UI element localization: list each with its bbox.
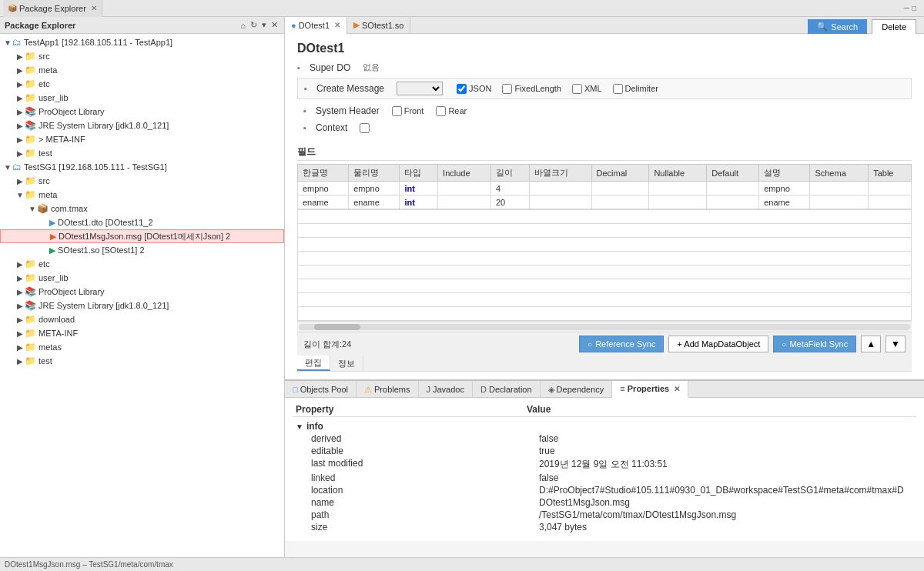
tree-view[interactable]: ▼ 🗂 TestApp1 [192.168.105.111 - TestApp1…	[0, 34, 284, 557]
sub-tabs: 편집 정보	[297, 356, 912, 372]
table-row-0[interactable]: empnoempnoint4empno	[298, 182, 912, 195]
fixedlength-checkbox-label: FixedLength	[502, 84, 561, 94]
tab-dotest1-close[interactable]: ✕	[334, 21, 340, 29]
tree-item-metas[interactable]: ▶ 📁 metas	[0, 340, 284, 354]
tab-properties[interactable]: ≡ Properties ✕	[612, 381, 688, 398]
horizontal-scrollbar[interactable]	[297, 321, 912, 332]
tree-item-meta2[interactable]: ▼ 📁 meta	[0, 188, 284, 202]
tree-item-etc1[interactable]: ▶ 📁 etc	[0, 77, 284, 91]
tab-problems[interactable]: ⚠ Problems	[357, 381, 418, 398]
sub-tab-edit-label: 편집	[305, 357, 322, 369]
package-explorer-tab-close[interactable]: ✕	[91, 4, 97, 12]
col-desc: 설명	[759, 165, 810, 182]
tree-item-metainf1[interactable]: ▶ 📁 > META-INF	[0, 132, 284, 146]
delimiter-checkbox[interactable]	[613, 84, 623, 94]
panel-title: Package Explorer	[5, 21, 239, 30]
tree-item-comtmax[interactable]: ▼ 📦 com.tmax	[0, 202, 284, 215]
tree-item-jre2[interactable]: ▶ 📚 JRE System Library [jdk1.8.0_121]	[0, 299, 284, 312]
props-key-size: size	[308, 522, 539, 533]
tab-objects-pool[interactable]: □ Objects Pool	[285, 381, 357, 398]
tree-item-etc2[interactable]: ▶ 📁 etc	[0, 257, 284, 271]
tree-item-sotest1so[interactable]: ▶ ▶ SOtest1.so [SOtest1] 2	[0, 243, 284, 257]
tree-item-testapp1[interactable]: ▼ 🗂 TestApp1 [192.168.105.111 - TestApp1…	[0, 35, 284, 49]
table-row-1[interactable]: enameenameint20ename	[298, 195, 912, 209]
tab-properties-close[interactable]: ✕	[674, 385, 680, 393]
tab-declaration[interactable]: D Declaration	[473, 381, 541, 398]
scroll-up-button[interactable]: ▲	[861, 336, 881, 352]
front-checkbox[interactable]	[392, 106, 402, 116]
tab-dotest1[interactable]: ● DOtest1 ✕	[285, 17, 347, 34]
field-table-scroll[interactable]: 한글명 물리명 타입 Include 길이 바열크기 Decimal Nulla…	[297, 164, 912, 321]
sub-tab-edit[interactable]: 편집	[297, 356, 330, 371]
tree-item-userlib1[interactable]: ▶ 📁 user_lib	[0, 91, 284, 105]
tree-item-src1[interactable]: ▶ 📁 src	[0, 49, 284, 63]
panel-refresh-btn[interactable]: ↻	[249, 19, 259, 31]
tree-item-test1[interactable]: ▶ 📁 test	[0, 146, 284, 160]
panel-actions: ⌂ ↻ ▾ ✕	[239, 19, 280, 31]
metafield-sync-label: MetaField Sync	[789, 339, 848, 349]
props-section-info[interactable]: ▼ info	[293, 420, 916, 432]
tree-item-proobj2[interactable]: ▶ 📚 ProObject Library	[0, 285, 284, 299]
delete-button[interactable]: Delete	[872, 19, 916, 35]
json-label: JSON	[469, 84, 491, 93]
tab-sotest1[interactable]: ▶ SOtest1.so	[347, 17, 410, 34]
table-row-empty-6	[298, 279, 912, 293]
tab-javadoc-label: Javadoc	[433, 385, 464, 394]
package-explorer-header-tab[interactable]: 📦 Package Explorer ✕	[3, 0, 102, 17]
tree-item-dotest1dto[interactable]: ▶ ▶ DOtest1.dto [DOtest11_2	[0, 215, 284, 229]
tree-item-metainf2[interactable]: ▶ 📁 META-INF	[0, 326, 284, 340]
tree-item-userlib2[interactable]: ▶ 📁 user_lib	[0, 271, 284, 285]
create-message-row: ▪ Create Message JSON FixedLength	[297, 78, 912, 99]
tree-label-jre1: JRE System Library [jdk1.8.0_121]	[38, 121, 169, 130]
create-message-select[interactable]	[397, 82, 443, 95]
panel-close-btn[interactable]: ✕	[270, 19, 280, 31]
panel-collapse-btn[interactable]: ⌂	[239, 19, 247, 31]
tree-toggle-testapp1[interactable]: ▼	[3, 38, 12, 47]
props-section-label: info	[306, 421, 323, 432]
tree-label-sotest1so: SOtest1.so [SOtest1] 2	[58, 245, 145, 255]
sub-tab-info[interactable]: 정보	[330, 356, 363, 371]
fixedlength-checkbox[interactable]	[502, 84, 512, 94]
maximize-btn[interactable]: □	[912, 4, 916, 12]
tree-item-jre1[interactable]: ▶ 📚 JRE System Library [jdk1.8.0_121]	[0, 119, 284, 132]
tree-label-testsg1: TestSG1 [192.168.105.111 - TestSG1]	[24, 162, 167, 172]
tab-dependency-label: Dependency	[557, 385, 604, 394]
tree-label-meta2: meta	[38, 190, 57, 199]
tree-toggle-src1[interactable]: ▶	[15, 52, 25, 61]
properties-icon: ≡	[620, 384, 624, 393]
tree-item-download[interactable]: ▶ 📁 download	[0, 312, 284, 326]
declaration-icon: D	[480, 385, 487, 394]
props-val-editable: true	[539, 446, 913, 456]
tab-dotest1-icon: ●	[291, 21, 296, 30]
props-header: Property Value	[293, 402, 916, 417]
props-header-property: Property	[296, 404, 527, 415]
tree-item-src2[interactable]: ▶ 📁 src	[0, 174, 284, 188]
panel-menu-btn[interactable]: ▾	[260, 19, 268, 31]
tree-item-testsg1[interactable]: ▼ 🗂 TestSG1 [192.168.105.111 - TestSG1]	[0, 160, 284, 174]
editor-content: DOtest1 ▪ Super DO 없음 ▪ Create Message	[285, 34, 924, 557]
reference-sync-button[interactable]: ○ Reference Sync	[579, 336, 664, 352]
tab-problems-label: Problems	[374, 385, 410, 394]
props-key-location: location	[308, 485, 539, 496]
context-checkbox[interactable]	[360, 123, 370, 133]
search-button[interactable]: 🔍 Search	[808, 19, 867, 34]
tree-label-meta1: meta	[38, 65, 57, 75]
tab-javadoc[interactable]: J Javadoc	[419, 381, 473, 398]
metafield-sync-button[interactable]: ○ MetaField Sync	[773, 336, 856, 352]
scroll-down-button[interactable]: ▼	[886, 336, 906, 352]
tree-item-meta1[interactable]: ▶ 📁 meta	[0, 63, 284, 77]
minimize-btn[interactable]: ─	[904, 4, 909, 12]
tree-item-proobj1[interactable]: ▶ 📚 ProObject Library	[0, 105, 284, 119]
table-row-empty-1	[298, 210, 912, 224]
json-checkbox[interactable]	[457, 84, 467, 94]
add-mapdata-button[interactable]: + Add MapDataObject	[668, 336, 768, 352]
col-default: Default	[707, 165, 759, 182]
tree-item-test2[interactable]: ▶ 📁 test	[0, 354, 284, 368]
xml-checkbox[interactable]	[572, 84, 582, 94]
tree-item-dotest1msg[interactable]: ▶ ▶ DOtest1MsgJson.msg [DOtest1메세지Json] …	[0, 229, 284, 243]
delete-btn-label: Delete	[882, 22, 906, 32]
tab-dependency[interactable]: ◈ Dependency	[541, 381, 613, 398]
scroll-thumb[interactable]	[314, 324, 360, 330]
props-row-size: size 3,047 bytes	[293, 521, 916, 533]
rear-checkbox[interactable]	[436, 106, 446, 116]
